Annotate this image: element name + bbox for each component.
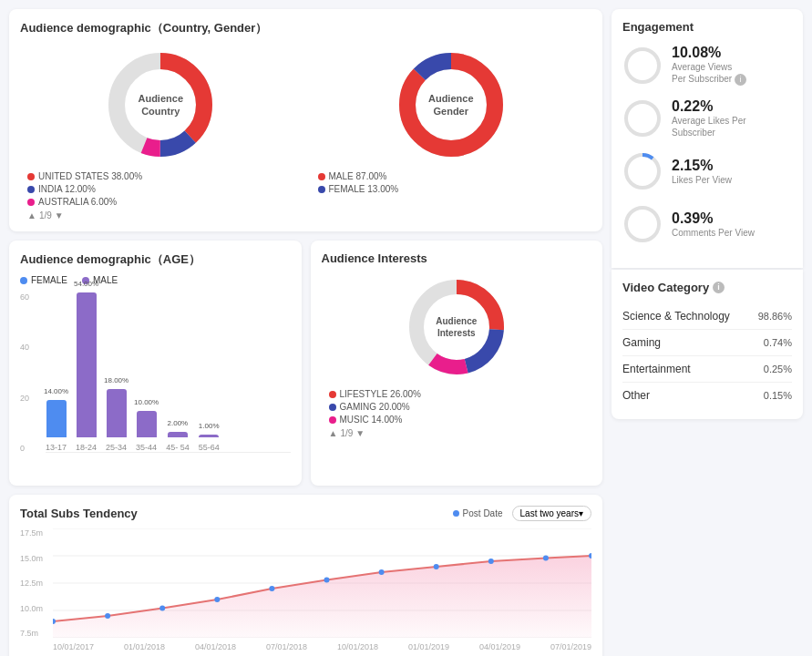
engagement-circle-cpv bbox=[622, 204, 663, 244]
subs-point-1 bbox=[105, 613, 110, 619]
subs-y-125: 12.5m bbox=[20, 579, 43, 588]
subs-line-chart bbox=[53, 528, 591, 638]
bar-group-13-17: 14.00% 13-17 bbox=[46, 400, 67, 452]
date-range-button[interactable]: Last two years▾ bbox=[512, 506, 591, 521]
svg-point-19 bbox=[626, 102, 659, 135]
y-label-0: 0 bbox=[20, 444, 29, 453]
x-label-35-44: 35-44 bbox=[136, 443, 157, 452]
interests-labels: LIFESTYLE 26.00% GAMING 20.00% MUSIC 14.… bbox=[322, 389, 592, 438]
subs-y-75: 7.5m bbox=[20, 629, 43, 638]
female-legend: FEMALE bbox=[31, 275, 67, 285]
x-label-45-54: 45- 54 bbox=[166, 443, 190, 452]
subs-header: Total Subs Tendency Post Date Last two y… bbox=[20, 506, 591, 521]
engagement-item-likes: 0.22% Average Likes PerSubscriber bbox=[622, 98, 792, 138]
gender-donut-center-label: AudienceGender bbox=[428, 92, 474, 118]
bar-label-male-45-54: 2.00% bbox=[168, 419, 189, 427]
svg-point-17 bbox=[626, 49, 659, 82]
age-legend: FEMALE MALE bbox=[20, 275, 291, 285]
engagement-info-likes: 0.22% Average Likes PerSubscriber bbox=[672, 98, 746, 138]
engagement-title: Engagement bbox=[622, 20, 792, 34]
engagement-label-lpv: Likes Per View bbox=[672, 174, 732, 186]
country-donut-labels: UNITED STATES 38.00% INDIA 12.00% AUSTRA… bbox=[20, 171, 302, 220]
bar-label-male-55-64: 1.00% bbox=[199, 422, 220, 430]
bar-male-55-64 bbox=[199, 435, 219, 437]
age-title: Audience demographic（AGE） bbox=[20, 251, 291, 268]
engagement-circle-likes bbox=[622, 98, 663, 138]
x-label-4: 10/01/2018 bbox=[337, 642, 378, 651]
engagement-percent-cpv: 0.39% bbox=[672, 210, 755, 227]
engagement-percent-lpv: 2.15% bbox=[672, 158, 732, 174]
age-demographic-card: Audience demographic（AGE） FEMALE MALE 60… bbox=[9, 241, 302, 486]
svg-marker-16 bbox=[53, 556, 591, 638]
engagement-info-cpv: 0.39% Comments Per View bbox=[672, 210, 755, 239]
subs-point-2 bbox=[159, 606, 165, 611]
country-pagination[interactable]: ▲1/9▼ bbox=[27, 210, 302, 220]
country-donut-center-label: AudienceCountry bbox=[138, 92, 183, 118]
interests-donut: AudienceInterests bbox=[402, 272, 511, 382]
bar-male-18-24 bbox=[77, 292, 97, 437]
engagement-info-views: 10.08% Average ViewsPer Subscriber i bbox=[672, 45, 746, 86]
cat-gaming-name: Gaming bbox=[622, 336, 661, 349]
bar-label-female-13-17: 14.00% bbox=[44, 387, 68, 395]
interests-pagination[interactable]: ▲1/9▼ bbox=[329, 428, 592, 438]
info-icon-video-cat[interactable]: i bbox=[713, 282, 725, 293]
info-icon-views[interactable]: i bbox=[735, 74, 746, 86]
video-category-panel: Video Category i Science & Technology 98… bbox=[612, 270, 803, 419]
bar-group-18-24: 54.00% 18-24 bbox=[76, 292, 97, 452]
subs-point-4 bbox=[269, 586, 274, 591]
x-label-5: 01/01/2019 bbox=[408, 642, 449, 651]
cat-entertainment-pct: 0.25% bbox=[764, 364, 792, 374]
engagement-info-lpv: 2.15% Likes Per View bbox=[672, 158, 732, 186]
audience-interests-card: Audience Interests AudienceInterests bbox=[311, 241, 603, 486]
country-donut-wrap: AudienceCountry bbox=[101, 46, 220, 164]
bar-male-25-34 bbox=[107, 389, 127, 437]
interests-donut-center: AudienceInterests bbox=[436, 315, 477, 339]
gaming-label: GAMING 20.00% bbox=[340, 402, 410, 412]
subs-y-175: 17.5m bbox=[20, 528, 43, 538]
engagement-circle-views bbox=[622, 46, 663, 86]
subs-point-7 bbox=[434, 564, 439, 569]
engagement-item-views: 10.08% Average ViewsPer Subscriber i bbox=[622, 45, 792, 86]
engagement-item-cpv: 0.39% Comments Per View bbox=[622, 204, 792, 244]
cat-other-pct: 0.15% bbox=[764, 390, 792, 401]
bar-male-45-54 bbox=[168, 432, 188, 437]
total-subs-card: Total Subs Tendency Post Date Last two y… bbox=[9, 495, 602, 656]
bar-male-35-44 bbox=[137, 411, 157, 437]
svg-point-20 bbox=[626, 155, 659, 188]
bar-group-35-44: 10.00% 35-44 bbox=[136, 411, 157, 452]
bar-female-13-17 bbox=[46, 400, 67, 437]
demographic-top-title: Audience demographic（Country, Gender） bbox=[20, 20, 591, 36]
gender-female-label: FEMALE 13.00% bbox=[329, 184, 399, 194]
cat-science-pct: 98.86% bbox=[758, 311, 792, 322]
engagement-panel: Engagement 10.08% Average ViewsPer Subsc… bbox=[612, 9, 803, 268]
x-label-1: 01/01/2018 bbox=[124, 642, 165, 651]
subs-legend: Post Date bbox=[453, 508, 503, 518]
engagement-label-cpv: Comments Per View bbox=[672, 227, 755, 239]
cat-entertainment-name: Entertainment bbox=[622, 363, 691, 375]
bar-group-55-64: 1.00% 55-64 bbox=[199, 435, 220, 452]
gender-male-label: MALE 87.00% bbox=[329, 171, 387, 181]
bar-label-male-35-44: 10.00% bbox=[134, 398, 159, 406]
cat-science-name: Science & Technology bbox=[622, 310, 730, 323]
subs-legend-label: Post Date bbox=[463, 508, 503, 518]
x-label-6: 04/01/2019 bbox=[479, 642, 520, 651]
cat-item-gaming: Gaming 0.74% bbox=[622, 330, 792, 356]
cat-item-entertainment: Entertainment 0.25% bbox=[622, 356, 792, 383]
audience-demographic-top-card: Audience demographic（Country, Gender） bbox=[9, 9, 602, 231]
bar-label-male-25-34: 18.00% bbox=[104, 376, 128, 384]
cat-item-other: Other 0.15% bbox=[622, 383, 792, 408]
engagement-percent-views: 10.08% bbox=[672, 45, 746, 61]
x-label-18-24: 18-24 bbox=[76, 443, 97, 452]
bar-group-45-54: 2.00% 45- 54 bbox=[166, 432, 190, 452]
engagement-item-lpv: 2.15% Likes Per View bbox=[622, 151, 792, 191]
bar-group-25-34: 18.00% 25-34 bbox=[106, 389, 127, 452]
interests-title: Audience Interests bbox=[322, 251, 592, 265]
subs-y-100: 10.0m bbox=[20, 604, 43, 613]
country-us-label: UNITED STATES 38.00% bbox=[38, 171, 142, 181]
x-label-13-17: 13-17 bbox=[46, 443, 67, 452]
engagement-circle-lpv bbox=[622, 151, 663, 191]
subs-point-6 bbox=[379, 569, 385, 575]
engagement-label-views: Average ViewsPer Subscriber i bbox=[672, 61, 746, 86]
y-label-40: 40 bbox=[20, 343, 29, 352]
subs-title: Total Subs Tendency bbox=[20, 507, 138, 520]
